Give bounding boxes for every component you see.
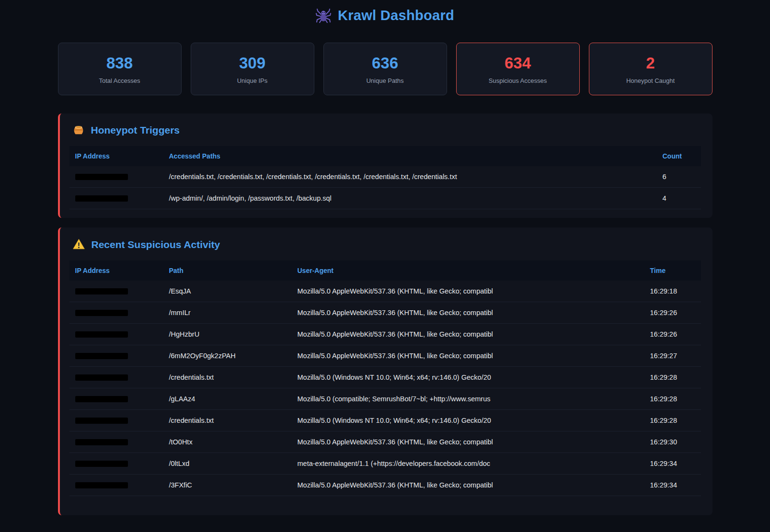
paths-cell: /wp-admin/, /admin/login, /passwords.txt…	[163, 188, 657, 209]
stat-card-suspicious-accesses: 634 Suspicious Accesses	[456, 43, 580, 95]
table-row: /credentials.txt Mozilla/5.0 (Windows NT…	[69, 410, 701, 431]
stat-label: Total Accesses	[99, 77, 140, 84]
stat-label: Unique IPs	[237, 77, 268, 84]
ip-cell	[69, 431, 163, 453]
time-cell: 16:29:28	[644, 410, 701, 431]
user-agent-cell: meta-externalagent/1.1 (+https://develop…	[292, 453, 644, 475]
ip-cell	[69, 410, 163, 431]
stat-card-total-accesses: 838 Total Accesses	[58, 43, 182, 95]
ip-cell	[69, 281, 163, 302]
spider-icon	[316, 8, 331, 23]
redacted-ip-bar	[75, 288, 128, 294]
warning-icon	[72, 238, 85, 251]
user-agent-cell: Mozilla/5.0 (compatible; SemrushBot/7~bl…	[292, 388, 644, 410]
suspicious-activity-section: Recent Suspicious Activity IP Address Pa…	[58, 227, 713, 515]
ip-cell	[69, 324, 163, 345]
ip-cell	[69, 367, 163, 388]
table-row: /0ltLxd meta-externalagent/1.1 (+https:/…	[69, 453, 701, 475]
path-cell: /3FXfiC	[163, 475, 292, 496]
time-cell: 16:29:34	[644, 475, 701, 496]
time-cell: 16:29:27	[644, 345, 701, 367]
time-cell: 16:29:26	[644, 302, 701, 324]
time-cell: 16:29:28	[644, 388, 701, 410]
dashboard-page: Krawl Dashboard 838 Total Accesses 309 U…	[58, 0, 713, 515]
path-cell: /gLAAz4	[163, 388, 292, 410]
table-row: /3FXfiC Mozilla/5.0 AppleWebKit/537.36 (…	[69, 475, 701, 496]
table-row: /6mM2OyF0gk2zPAH Mozilla/5.0 AppleWebKit…	[69, 345, 701, 367]
stat-card-unique-ips: 309 Unique IPs	[191, 43, 314, 95]
path-cell: /credentials.txt	[163, 367, 292, 388]
redacted-ip-bar	[75, 461, 128, 467]
time-cell: 16:29:28	[644, 367, 701, 388]
user-agent-cell: Mozilla/5.0 AppleWebKit/537.36 (KHTML, l…	[292, 324, 644, 345]
redacted-ip-bar	[75, 195, 128, 202]
section-heading: Recent Suspicious Activity	[92, 239, 220, 250]
page-header: Krawl Dashboard	[58, 8, 713, 23]
redacted-ip-bar	[75, 418, 128, 424]
section-title-honeypot: Honeypot Triggers	[69, 124, 701, 136]
section-heading: Honeypot Triggers	[91, 125, 180, 136]
path-cell: /0ltLxd	[163, 453, 292, 475]
user-agent-cell: Mozilla/5.0 (Windows NT 10.0; Win64; x64…	[292, 367, 644, 388]
stats-row: 838 Total Accesses 309 Unique IPs 636 Un…	[58, 43, 713, 95]
ip-cell	[69, 345, 163, 367]
stat-label: Honeypot Caught	[626, 77, 675, 84]
redacted-ip-bar	[75, 482, 128, 488]
column-header-ip: IP Address	[69, 146, 163, 166]
user-agent-cell: Mozilla/5.0 AppleWebKit/537.36 (KHTML, l…	[292, 345, 644, 367]
stat-card-honeypot-caught: 2 Honeypot Caught	[589, 43, 713, 95]
table-header-row: IP Address Accessed Paths Count	[69, 146, 701, 166]
stat-value: 309	[239, 54, 265, 72]
table-header-row: IP Address Path User-Agent Time	[69, 260, 701, 281]
redacted-ip-bar	[75, 374, 128, 381]
table-row: /credentials.txt Mozilla/5.0 (Windows NT…	[69, 367, 701, 388]
path-cell: /EsqJA	[163, 281, 292, 302]
time-cell: 16:29:30	[644, 431, 701, 453]
column-header-path: Path	[163, 260, 292, 281]
user-agent-cell: Mozilla/5.0 AppleWebKit/537.36 (KHTML, l…	[292, 475, 644, 496]
table-row: /mmILr Mozilla/5.0 AppleWebKit/537.36 (K…	[69, 302, 701, 324]
table-row: /HgHzbrU Mozilla/5.0 AppleWebKit/537.36 …	[69, 324, 701, 345]
table-row: /wp-admin/, /admin/login, /passwords.txt…	[69, 188, 701, 209]
time-cell: 16:29:34	[644, 453, 701, 475]
ip-cell	[69, 302, 163, 324]
path-cell: /tO0Htx	[163, 431, 292, 453]
table-row: /tO0Htx Mozilla/5.0 AppleWebKit/537.36 (…	[69, 431, 701, 453]
redacted-ip-bar	[75, 396, 128, 402]
honeypot-icon	[72, 124, 85, 136]
table-row: /credentials.txt, /credentials.txt, /cre…	[69, 166, 701, 188]
page-title: Krawl Dashboard	[338, 8, 454, 23]
ip-cell	[69, 475, 163, 496]
redacted-ip-bar	[75, 310, 128, 316]
user-agent-cell: Mozilla/5.0 AppleWebKit/537.36 (KHTML, l…	[292, 431, 644, 453]
section-title-suspicious: Recent Suspicious Activity	[69, 238, 701, 251]
column-header-ip: IP Address	[69, 260, 163, 281]
redacted-ip-bar	[75, 439, 128, 445]
redacted-ip-bar	[75, 174, 128, 180]
column-header-count: Count	[657, 146, 701, 166]
stat-value: 838	[106, 54, 133, 72]
ip-cell	[69, 388, 163, 410]
column-header-paths: Accessed Paths	[163, 146, 657, 166]
redacted-ip-bar	[75, 331, 128, 338]
paths-cell: /credentials.txt, /credentials.txt, /cre…	[163, 166, 657, 188]
count-cell: 6	[657, 166, 701, 188]
user-agent-cell: Mozilla/5.0 AppleWebKit/537.36 (KHTML, l…	[292, 281, 644, 302]
column-header-time: Time	[644, 260, 701, 281]
stat-value: 634	[505, 54, 531, 72]
stat-label: Unique Paths	[366, 77, 403, 84]
count-cell: 4	[657, 188, 701, 209]
path-cell: /HgHzbrU	[163, 324, 292, 345]
table-row: /gLAAz4 Mozilla/5.0 (compatible; Semrush…	[69, 388, 701, 410]
stat-value: 2	[646, 54, 655, 72]
suspicious-activity-table: IP Address Path User-Agent Time /EsqJA M…	[69, 260, 701, 496]
column-header-user-agent: User-Agent	[292, 260, 644, 281]
time-cell: 16:29:18	[644, 281, 701, 302]
honeypot-table: IP Address Accessed Paths Count /credent…	[69, 146, 701, 209]
path-cell: /credentials.txt	[163, 410, 292, 431]
path-cell: /mmILr	[163, 302, 292, 324]
ip-cell	[69, 453, 163, 475]
stat-card-unique-paths: 636 Unique Paths	[323, 43, 447, 95]
ip-cell	[69, 188, 163, 209]
redacted-ip-bar	[75, 353, 128, 359]
